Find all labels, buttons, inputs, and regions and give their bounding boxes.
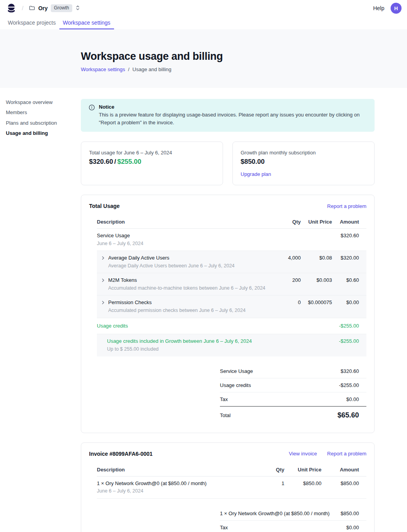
invoice-title: Invoice #8099AFA6-0001 <box>89 451 153 457</box>
sidebar-item-plans-and-subscription[interactable]: Plans and subscription <box>6 120 73 126</box>
ory-logo[interactable] <box>6 3 16 13</box>
page-title: Workspace usage and billing <box>81 50 407 63</box>
col-qty: Qty <box>266 219 301 225</box>
usage-summary-amounts: $320.60/$255.00 <box>89 158 215 166</box>
path-separator: / <box>22 5 23 11</box>
breadcrumb-link[interactable]: Workspace settings <box>81 66 125 72</box>
row-unit-price: $0.08 <box>301 255 332 262</box>
chevron-right-icon[interactable] <box>101 300 105 313</box>
summary-row-tax: Tax $0.00 <box>220 521 366 532</box>
invoice-table-header: Description Qty Unit Price Amount <box>97 463 366 476</box>
row-subtitle: June 6 – July 6, 2024 <box>97 488 249 494</box>
plan-summary-card: Growth plan monthly subscription $850.00… <box>232 142 375 185</box>
summary-value: -$255.00 <box>339 382 359 388</box>
usage-row-service-usage: Service Usage June 6 – July 6, 2024 $320… <box>97 229 366 251</box>
col-qty: Qty <box>249 467 284 473</box>
usage-summary-label: Total usage for June 6 – July 6, 2024 <box>89 150 215 156</box>
row-amount: $0.00 <box>332 299 366 306</box>
workspace-name: Ory <box>38 5 48 11</box>
summary-label: Tax <box>220 396 228 402</box>
row-amount: -$255.00 <box>332 338 366 345</box>
row-unit-price: $850.00 <box>284 480 321 487</box>
summary-row-service-usage: Service Usage $320.60 <box>220 364 366 378</box>
row-name: Service Usage <box>97 233 266 239</box>
chevron-right-icon[interactable] <box>101 256 105 269</box>
usage-row-average-daily-active-users[interactable]: Average Daily Active Users Average Daily… <box>97 251 366 273</box>
row-qty: 4,000 <box>266 255 301 262</box>
summary-cards: Total usage for June 6 – July 6, 2024 $3… <box>81 142 375 185</box>
row-name: Usage credits <box>97 323 266 330</box>
usage-amount-separator: / <box>114 158 116 165</box>
total-usage-header: Total Usage Report a problem <box>89 203 366 209</box>
report-problem-link[interactable]: Report a problem <box>327 203 366 209</box>
summary-value: $320.60 <box>341 368 359 374</box>
col-description: Description <box>97 467 249 473</box>
row-subtitle: Accumulated machine-to-machine tokens be… <box>108 285 265 291</box>
usage-table: Description Qty Unit Price Amount Servic… <box>97 215 366 423</box>
col-unit-price: Unit Price <box>284 467 321 473</box>
col-unit-price: Unit Price <box>301 219 332 225</box>
row-name: Permission Checks <box>108 299 246 306</box>
invoice-header: Invoice #8099AFA6-0001 View invoice Repo… <box>89 451 366 457</box>
summary-row-total: Total $65.60 <box>220 407 366 423</box>
tab-workspace-settings[interactable]: Workspace settings <box>59 16 114 29</box>
help-link[interactable]: Help <box>373 5 384 11</box>
page: / Ory Growth Help H Workspace projects W… <box>0 0 407 532</box>
breadcrumb: Workspace settings / Usage and billing <box>81 66 407 72</box>
sidebar-item-members[interactable]: Members <box>6 110 73 115</box>
notice-text: Notice This is a preview feature for dis… <box>99 104 368 126</box>
summary-label: Usage credits <box>220 382 251 388</box>
total-usage-links: Report a problem <box>327 203 366 209</box>
folder-icon <box>29 5 35 12</box>
summary-row-tax: Tax $0.00 <box>220 392 366 407</box>
row-subtitle: Up to $ 255.00 included <box>107 346 266 352</box>
col-description: Description <box>97 219 266 225</box>
plan-amount: $850.00 <box>241 158 366 166</box>
row-name: Average Daily Active Users <box>108 255 235 262</box>
report-problem-link[interactable]: Report a problem <box>327 451 366 457</box>
sidebar-item-workspace-overview[interactable]: Workspace overview <box>6 100 73 105</box>
usage-amount: $320.60 <box>89 158 113 165</box>
workspace-switcher[interactable]: Ory Growth <box>29 4 80 12</box>
total-usage-card: Total Usage Report a problem Description… <box>81 195 375 433</box>
row-qty: 200 <box>266 277 301 284</box>
row-name: Usage credits included in Growth between… <box>107 338 266 345</box>
avatar[interactable]: H <box>391 3 402 14</box>
plan-badge: Growth <box>51 4 72 12</box>
row-subtitle: Average Daily Active Users between June … <box>108 263 235 269</box>
notice-body: This is a preview feature for displaying… <box>99 111 368 126</box>
summary-label: 1 × Ory Network Growth@0 (at $850.00 / m… <box>220 511 330 516</box>
notice-banner: Notice This is a preview feature for dis… <box>81 99 375 132</box>
summary-value: $850.00 <box>341 511 359 516</box>
sidebar: Workspace overview Members Plans and sub… <box>0 99 81 532</box>
sidebar-item-usage-and-billing[interactable]: Usage and billing <box>6 131 73 136</box>
main: Notice This is a preview feature for dis… <box>81 99 375 532</box>
view-invoice-link[interactable]: View invoice <box>289 451 317 457</box>
notice-title: Notice <box>99 104 368 110</box>
invoice-summary: 1 × Ory Network Growth@0 (at $850.00 / m… <box>220 507 366 532</box>
invoice-table: Description Qty Unit Price Amount 1 × Or… <box>97 463 366 532</box>
usage-row-usage-credits: Usage credits -$255.00 <box>97 318 366 335</box>
summary-label: Service Usage <box>220 368 253 374</box>
summary-row-plan: 1 × Ory Network Growth@0 (at $850.00 / m… <box>220 507 366 521</box>
row-qty: 1 <box>249 480 284 487</box>
upgrade-plan-link[interactable]: Upgrade plan <box>241 171 271 177</box>
summary-value: $0.00 <box>346 396 359 402</box>
usage-table-header: Description Qty Unit Price Amount <box>97 215 366 229</box>
row-unit-price: $0.003 <box>301 277 332 284</box>
total-usage-title: Total Usage <box>89 203 120 209</box>
summary-row-usage-credits: Usage credits -$255.00 <box>220 378 366 392</box>
usage-row-m2m-tokens[interactable]: M2M Tokens Accumulated machine-to-machin… <box>97 273 366 296</box>
usage-summary: Service Usage $320.60 Usage credits -$25… <box>220 364 366 423</box>
tab-workspace-projects[interactable]: Workspace projects <box>4 16 59 29</box>
row-qty: 0 <box>266 299 301 306</box>
chevron-right-icon[interactable] <box>101 278 105 291</box>
topbar: / Ory Growth Help H <box>0 0 407 16</box>
row-amount: $0.60 <box>332 277 366 284</box>
usage-row-permission-checks[interactable]: Permission Checks Accumulated permission… <box>97 296 366 318</box>
row-amount: $850.00 <box>321 480 366 487</box>
usage-credit-amount: $255.00 <box>117 158 141 165</box>
breadcrumb-separator: / <box>128 66 130 72</box>
row-name: M2M Tokens <box>108 277 265 284</box>
info-icon <box>89 104 95 126</box>
